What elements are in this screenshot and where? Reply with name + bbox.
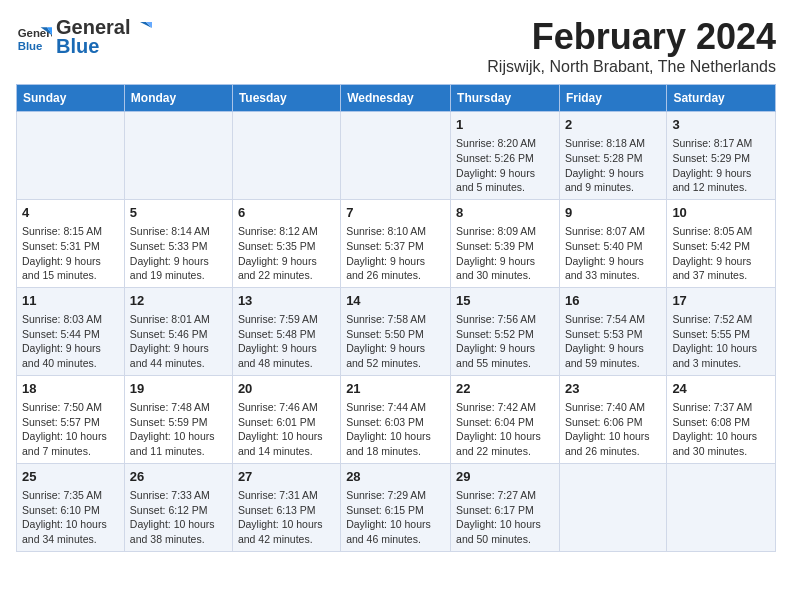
calendar-cell bbox=[124, 112, 232, 200]
logo: General Blue General Blue bbox=[16, 16, 152, 58]
calendar-cell: 10Sunrise: 8:05 AM Sunset: 5:42 PM Dayli… bbox=[667, 199, 776, 287]
calendar-week-row: 11Sunrise: 8:03 AM Sunset: 5:44 PM Dayli… bbox=[17, 287, 776, 375]
calendar-cell: 22Sunrise: 7:42 AM Sunset: 6:04 PM Dayli… bbox=[451, 375, 560, 463]
day-number: 8 bbox=[456, 204, 554, 222]
day-number: 10 bbox=[672, 204, 770, 222]
cell-details: Sunrise: 8:20 AM Sunset: 5:26 PM Dayligh… bbox=[456, 136, 554, 195]
title-block: February 2024 Rijswijk, North Brabant, T… bbox=[487, 16, 776, 76]
cell-details: Sunrise: 8:01 AM Sunset: 5:46 PM Dayligh… bbox=[130, 312, 227, 371]
cell-details: Sunrise: 7:40 AM Sunset: 6:06 PM Dayligh… bbox=[565, 400, 661, 459]
cell-details: Sunrise: 7:37 AM Sunset: 6:08 PM Dayligh… bbox=[672, 400, 770, 459]
calendar-cell bbox=[232, 112, 340, 200]
day-number: 9 bbox=[565, 204, 661, 222]
calendar-cell: 14Sunrise: 7:58 AM Sunset: 5:50 PM Dayli… bbox=[341, 287, 451, 375]
cell-details: Sunrise: 8:07 AM Sunset: 5:40 PM Dayligh… bbox=[565, 224, 661, 283]
calendar-cell: 7Sunrise: 8:10 AM Sunset: 5:37 PM Daylig… bbox=[341, 199, 451, 287]
svg-text:Blue: Blue bbox=[18, 40, 43, 52]
cell-details: Sunrise: 8:18 AM Sunset: 5:28 PM Dayligh… bbox=[565, 136, 661, 195]
cell-details: Sunrise: 8:17 AM Sunset: 5:29 PM Dayligh… bbox=[672, 136, 770, 195]
calendar-cell: 23Sunrise: 7:40 AM Sunset: 6:06 PM Dayli… bbox=[559, 375, 666, 463]
day-number: 19 bbox=[130, 380, 227, 398]
calendar-cell bbox=[17, 112, 125, 200]
logo-icon: General Blue bbox=[16, 19, 52, 55]
day-number: 27 bbox=[238, 468, 335, 486]
calendar-week-row: 18Sunrise: 7:50 AM Sunset: 5:57 PM Dayli… bbox=[17, 375, 776, 463]
calendar-cell: 20Sunrise: 7:46 AM Sunset: 6:01 PM Dayli… bbox=[232, 375, 340, 463]
calendar-cell bbox=[341, 112, 451, 200]
day-number: 6 bbox=[238, 204, 335, 222]
calendar-week-row: 1Sunrise: 8:20 AM Sunset: 5:26 PM Daylig… bbox=[17, 112, 776, 200]
cell-details: Sunrise: 7:29 AM Sunset: 6:15 PM Dayligh… bbox=[346, 488, 445, 547]
cell-details: Sunrise: 8:09 AM Sunset: 5:39 PM Dayligh… bbox=[456, 224, 554, 283]
column-header-friday: Friday bbox=[559, 85, 666, 112]
calendar-cell: 24Sunrise: 7:37 AM Sunset: 6:08 PM Dayli… bbox=[667, 375, 776, 463]
calendar-cell: 26Sunrise: 7:33 AM Sunset: 6:12 PM Dayli… bbox=[124, 463, 232, 551]
day-number: 21 bbox=[346, 380, 445, 398]
day-number: 16 bbox=[565, 292, 661, 310]
calendar-cell: 29Sunrise: 7:27 AM Sunset: 6:17 PM Dayli… bbox=[451, 463, 560, 551]
calendar-cell: 3Sunrise: 8:17 AM Sunset: 5:29 PM Daylig… bbox=[667, 112, 776, 200]
calendar-cell: 12Sunrise: 8:01 AM Sunset: 5:46 PM Dayli… bbox=[124, 287, 232, 375]
day-number: 4 bbox=[22, 204, 119, 222]
calendar-cell: 21Sunrise: 7:44 AM Sunset: 6:03 PM Dayli… bbox=[341, 375, 451, 463]
cell-details: Sunrise: 7:54 AM Sunset: 5:53 PM Dayligh… bbox=[565, 312, 661, 371]
cell-details: Sunrise: 7:42 AM Sunset: 6:04 PM Dayligh… bbox=[456, 400, 554, 459]
day-number: 1 bbox=[456, 116, 554, 134]
cell-details: Sunrise: 7:33 AM Sunset: 6:12 PM Dayligh… bbox=[130, 488, 227, 547]
day-number: 17 bbox=[672, 292, 770, 310]
cell-details: Sunrise: 7:58 AM Sunset: 5:50 PM Dayligh… bbox=[346, 312, 445, 371]
calendar-cell: 9Sunrise: 8:07 AM Sunset: 5:40 PM Daylig… bbox=[559, 199, 666, 287]
calendar-cell: 1Sunrise: 8:20 AM Sunset: 5:26 PM Daylig… bbox=[451, 112, 560, 200]
cell-details: Sunrise: 7:50 AM Sunset: 5:57 PM Dayligh… bbox=[22, 400, 119, 459]
cell-details: Sunrise: 7:27 AM Sunset: 6:17 PM Dayligh… bbox=[456, 488, 554, 547]
day-number: 22 bbox=[456, 380, 554, 398]
cell-details: Sunrise: 7:56 AM Sunset: 5:52 PM Dayligh… bbox=[456, 312, 554, 371]
day-number: 12 bbox=[130, 292, 227, 310]
cell-details: Sunrise: 8:10 AM Sunset: 5:37 PM Dayligh… bbox=[346, 224, 445, 283]
cell-details: Sunrise: 8:05 AM Sunset: 5:42 PM Dayligh… bbox=[672, 224, 770, 283]
calendar-cell: 4Sunrise: 8:15 AM Sunset: 5:31 PM Daylig… bbox=[17, 199, 125, 287]
day-number: 13 bbox=[238, 292, 335, 310]
cell-details: Sunrise: 7:35 AM Sunset: 6:10 PM Dayligh… bbox=[22, 488, 119, 547]
column-header-monday: Monday bbox=[124, 85, 232, 112]
cell-details: Sunrise: 8:12 AM Sunset: 5:35 PM Dayligh… bbox=[238, 224, 335, 283]
month-year-title: February 2024 bbox=[487, 16, 776, 58]
cell-details: Sunrise: 8:14 AM Sunset: 5:33 PM Dayligh… bbox=[130, 224, 227, 283]
cell-details: Sunrise: 7:31 AM Sunset: 6:13 PM Dayligh… bbox=[238, 488, 335, 547]
column-header-tuesday: Tuesday bbox=[232, 85, 340, 112]
column-header-thursday: Thursday bbox=[451, 85, 560, 112]
calendar-cell: 17Sunrise: 7:52 AM Sunset: 5:55 PM Dayli… bbox=[667, 287, 776, 375]
column-header-saturday: Saturday bbox=[667, 85, 776, 112]
day-number: 7 bbox=[346, 204, 445, 222]
cell-details: Sunrise: 7:52 AM Sunset: 5:55 PM Dayligh… bbox=[672, 312, 770, 371]
cell-details: Sunrise: 8:15 AM Sunset: 5:31 PM Dayligh… bbox=[22, 224, 119, 283]
day-number: 23 bbox=[565, 380, 661, 398]
day-number: 14 bbox=[346, 292, 445, 310]
calendar-week-row: 4Sunrise: 8:15 AM Sunset: 5:31 PM Daylig… bbox=[17, 199, 776, 287]
cell-details: Sunrise: 7:59 AM Sunset: 5:48 PM Dayligh… bbox=[238, 312, 335, 371]
page-header: General Blue General Blue February 2024 … bbox=[16, 16, 776, 76]
day-number: 20 bbox=[238, 380, 335, 398]
day-number: 11 bbox=[22, 292, 119, 310]
calendar-table: SundayMondayTuesdayWednesdayThursdayFrid… bbox=[16, 84, 776, 552]
calendar-cell: 5Sunrise: 8:14 AM Sunset: 5:33 PM Daylig… bbox=[124, 199, 232, 287]
cell-details: Sunrise: 7:48 AM Sunset: 5:59 PM Dayligh… bbox=[130, 400, 227, 459]
calendar-header-row: SundayMondayTuesdayWednesdayThursdayFrid… bbox=[17, 85, 776, 112]
day-number: 24 bbox=[672, 380, 770, 398]
location-subtitle: Rijswijk, North Brabant, The Netherlands bbox=[487, 58, 776, 76]
cell-details: Sunrise: 7:44 AM Sunset: 6:03 PM Dayligh… bbox=[346, 400, 445, 459]
calendar-cell: 15Sunrise: 7:56 AM Sunset: 5:52 PM Dayli… bbox=[451, 287, 560, 375]
calendar-cell: 6Sunrise: 8:12 AM Sunset: 5:35 PM Daylig… bbox=[232, 199, 340, 287]
calendar-cell: 19Sunrise: 7:48 AM Sunset: 5:59 PM Dayli… bbox=[124, 375, 232, 463]
column-header-sunday: Sunday bbox=[17, 85, 125, 112]
day-number: 2 bbox=[565, 116, 661, 134]
calendar-cell: 27Sunrise: 7:31 AM Sunset: 6:13 PM Dayli… bbox=[232, 463, 340, 551]
calendar-cell: 13Sunrise: 7:59 AM Sunset: 5:48 PM Dayli… bbox=[232, 287, 340, 375]
logo-wing-icon bbox=[132, 18, 152, 38]
calendar-week-row: 25Sunrise: 7:35 AM Sunset: 6:10 PM Dayli… bbox=[17, 463, 776, 551]
day-number: 5 bbox=[130, 204, 227, 222]
calendar-cell: 11Sunrise: 8:03 AM Sunset: 5:44 PM Dayli… bbox=[17, 287, 125, 375]
day-number: 29 bbox=[456, 468, 554, 486]
calendar-cell bbox=[667, 463, 776, 551]
calendar-cell: 28Sunrise: 7:29 AM Sunset: 6:15 PM Dayli… bbox=[341, 463, 451, 551]
